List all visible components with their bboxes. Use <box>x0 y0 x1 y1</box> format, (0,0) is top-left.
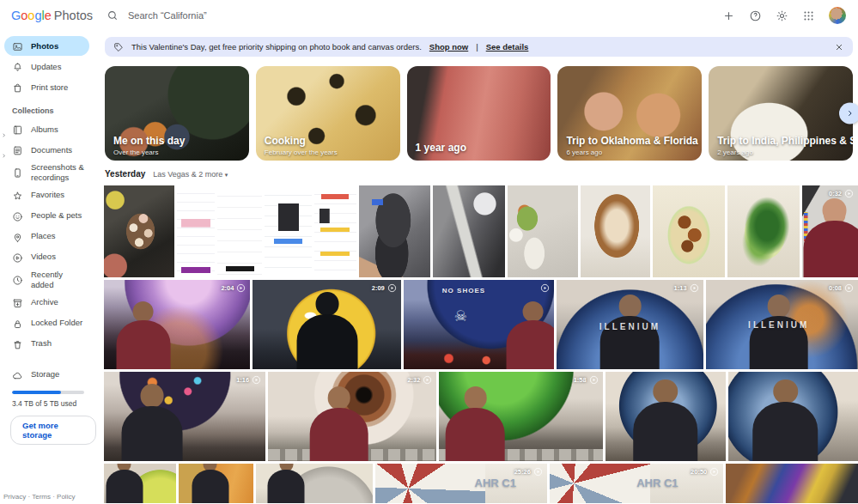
photo-thumbnail[interactable] <box>581 185 651 277</box>
memory-card[interactable]: 1 year ago <box>407 66 551 161</box>
sidebar-item-label: Archive <box>31 297 58 307</box>
video-duration-badge: 1:58 <box>574 375 599 385</box>
photo-thumbnail[interactable] <box>508 185 578 277</box>
sidebar-item-places[interactable]: Places <box>4 227 89 246</box>
sidebar-item-photos[interactable]: Photos <box>4 36 89 56</box>
lock-icon <box>12 318 23 329</box>
sidebar-item-recently-added[interactable]: Recently added <box>4 268 89 292</box>
sidebar-item-label: Updates <box>31 62 61 72</box>
photo-thumbnail[interactable] <box>433 185 505 277</box>
photo-thumbnail[interactable] <box>104 464 176 503</box>
sidebar-item-trash[interactable]: Trash <box>4 334 89 354</box>
plus-icon[interactable] <box>722 9 735 22</box>
photo-overlay-text: ILLENIUM <box>748 320 809 330</box>
photo-overlay-text: AHR C1 <box>475 477 516 489</box>
memory-card[interactable]: CookingFebruary over the years <box>256 66 400 161</box>
photo-thumbnail[interactable] <box>217 185 262 277</box>
banner-close-icon[interactable] <box>834 42 844 52</box>
bag-icon <box>12 82 23 93</box>
see-details-link[interactable]: See details <box>486 42 529 52</box>
video-thumbnail[interactable]: 1:16 <box>104 372 265 461</box>
photo-grid-row: 1:162:321:58 <box>104 372 858 461</box>
photo-thumbnail[interactable] <box>726 464 858 503</box>
photo-thumbnail[interactable] <box>256 464 373 503</box>
sidebar-item-label: Print store <box>31 82 68 93</box>
memory-card[interactable]: Trip to India, Philippines & Sin…2 years… <box>709 66 853 161</box>
sidebar-item-videos[interactable]: Videos <box>4 247 89 267</box>
memory-card-subtitle: 6 years ago <box>566 149 602 156</box>
video-thumbnail[interactable]: AHR C120:50 <box>550 464 723 503</box>
sidebar-item-locked-folder[interactable]: Locked Folder <box>4 313 89 333</box>
search-input[interactable] <box>128 10 472 21</box>
photo-thumbnail[interactable] <box>728 372 858 461</box>
sidebar-item-favorites[interactable]: Favorites <box>4 185 89 205</box>
storage-section: Storage 3.4 TB of 5 TB used Get more sto… <box>0 365 96 445</box>
bell-icon <box>12 61 23 72</box>
expand-caret-icon[interactable] <box>1 126 7 132</box>
person-silhouette <box>192 464 228 503</box>
grid-location-dropdown[interactable]: Las Vegas & 2 more ▾ <box>153 170 228 179</box>
memory-card[interactable]: Me on this dayOver the years <box>105 66 249 161</box>
sidebar-item-documents[interactable]: Documents <box>4 140 89 160</box>
play-icon <box>589 375 599 385</box>
video-thumbnail[interactable]: ILLENIUM1:13 <box>557 280 703 369</box>
photo-thumbnail[interactable] <box>605 372 726 461</box>
avatar[interactable] <box>829 7 846 24</box>
carousel-next-button[interactable] <box>839 103 858 124</box>
photo-thumbnail[interactable] <box>727 185 800 277</box>
shop-now-link[interactable]: Shop now <box>429 42 468 52</box>
video-duration-badge: 1:13 <box>674 283 699 293</box>
play-icon <box>533 467 543 477</box>
get-more-storage-button[interactable]: Get more storage <box>10 416 96 445</box>
video-thumbnail[interactable]: 2:32 <box>268 372 436 461</box>
video-thumbnail[interactable]: ILLENIUM0:08 <box>706 280 858 369</box>
person-silhouette <box>600 295 660 369</box>
photo-overlay-text: NO SHOES <box>442 287 485 295</box>
person-silhouette <box>633 380 698 461</box>
storage-progress-bar <box>12 391 84 394</box>
settings-icon[interactable] <box>776 9 788 22</box>
album-icon <box>12 124 23 135</box>
photo-grid-row: AHR C125:26AHR C120:50 <box>104 464 858 503</box>
sidebar-item-label: Trash <box>31 338 52 349</box>
sidebar-footer-links[interactable]: Privacy · Terms · Policy <box>3 493 75 501</box>
photo-thumbnail[interactable] <box>179 464 253 503</box>
video-duration-badge: 0:32 <box>829 189 854 198</box>
help-icon[interactable] <box>749 9 762 22</box>
person-silhouette <box>446 386 505 461</box>
photo-thumbnail[interactable] <box>177 185 215 277</box>
sidebar-item-label: Places <box>31 231 56 241</box>
banner-divider: | <box>476 42 478 52</box>
photo-thumbnail[interactable] <box>653 185 725 277</box>
photo-thumbnail[interactable] <box>314 185 356 277</box>
search-bar[interactable] <box>96 9 722 21</box>
sidebar-item-print-store[interactable]: Print store <box>4 77 89 97</box>
play-icon <box>236 283 246 293</box>
sidebar-item-archive[interactable]: Archive <box>4 293 89 313</box>
play-icon <box>709 467 719 477</box>
sidebar-item-updates[interactable]: Updates <box>4 57 89 76</box>
sidebar-item-storage[interactable]: Storage <box>4 365 89 385</box>
video-thumbnail[interactable]: NO SHOES☠ <box>404 280 554 369</box>
video-thumbnail[interactable]: AHR C125:26 <box>375 464 547 503</box>
memory-card-title: Trip to Oklahoma & Florida <box>566 135 697 147</box>
video-thumbnail[interactable]: 0:32 <box>802 185 858 277</box>
expand-caret-icon[interactable] <box>1 147 7 153</box>
person-silhouette <box>309 386 368 461</box>
sidebar-item-label: Favorites <box>31 190 64 200</box>
memory-card-title: 1 year ago <box>416 142 466 154</box>
video-thumbnail[interactable]: 2:04 <box>104 280 250 369</box>
video-thumbnail[interactable]: 2:09 <box>253 280 400 369</box>
photo-thumbnail[interactable] <box>104 185 174 277</box>
play-icon <box>252 375 261 385</box>
photo-thumbnail[interactable] <box>359 185 430 277</box>
sidebar-item-screenshots-recordings[interactable]: Screenshots & recordings <box>4 161 89 185</box>
memory-card[interactable]: Trip to Oklahoma & Florida6 years ago <box>557 66 702 161</box>
play-icon <box>690 283 699 293</box>
sidebar-item-albums[interactable]: Albums <box>4 119 89 139</box>
video-thumbnail[interactable]: 1:58 <box>439 372 602 461</box>
apps-icon[interactable] <box>802 9 815 22</box>
sidebar-item-people-pets[interactable]: People & pets <box>4 206 89 226</box>
photo-thumbnail[interactable] <box>265 185 311 277</box>
person-silhouette <box>753 380 818 461</box>
